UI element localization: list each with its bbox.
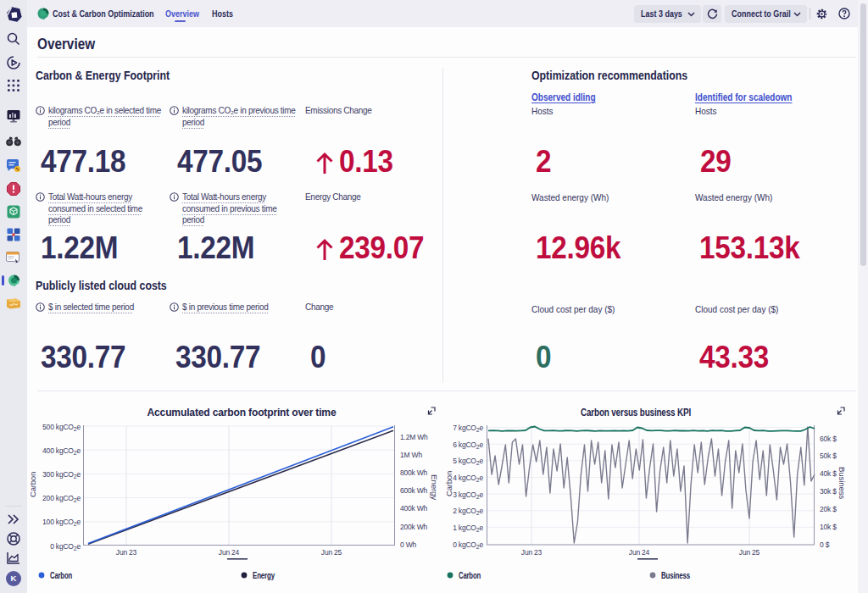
svg-text:20k $: 20k $ <box>820 505 837 513</box>
svg-text:0 $: 0 $ <box>820 540 830 549</box>
svg-text:Accumulated carbon footprint o: Accumulated carbon footprint over time <box>147 407 337 418</box>
svg-text:Business: Business <box>837 467 846 499</box>
svg-text:500 kgCO2e: 500 kgCO2e <box>42 423 81 432</box>
svg-text:400 kgCO2e: 400 kgCO2e <box>42 446 81 456</box>
svg-text:0 kgCO2e: 0 kgCO2e <box>453 540 483 550</box>
svg-text:Energy: Energy <box>253 570 275 580</box>
svg-text:200 kgCO2e: 200 kgCO2e <box>42 494 81 503</box>
svg-text:Carbon: Carbon <box>445 470 453 496</box>
svg-text:Carbon versus business KPI: Carbon versus business KPI <box>581 407 691 418</box>
svg-text:Carbon: Carbon <box>459 570 481 580</box>
svg-text:4 kgCO2e: 4 kgCO2e <box>453 474 483 483</box>
svg-text:300 kgCO2e: 300 kgCO2e <box>42 470 81 479</box>
svg-text:Carbon: Carbon <box>50 570 72 580</box>
svg-text:60k $: 60k $ <box>820 435 837 443</box>
svg-text:Jun 24: Jun 24 <box>219 548 240 557</box>
svg-text:2 kgCO2e: 2 kgCO2e <box>453 507 483 516</box>
svg-text:Energy: Energy <box>430 474 438 501</box>
svg-text:0 Wh: 0 Wh <box>400 540 417 549</box>
svg-text:Jun 23: Jun 23 <box>521 548 542 557</box>
svg-text:0 kgCO2e: 0 kgCO2e <box>50 542 81 551</box>
svg-text:1M Wh: 1M Wh <box>400 451 422 459</box>
svg-text:40k $: 40k $ <box>820 469 837 478</box>
svg-text:600k Wh: 600k Wh <box>400 486 428 495</box>
svg-text:800k Wh: 800k Wh <box>400 468 428 477</box>
svg-text:400k Wh: 400k Wh <box>400 504 428 513</box>
svg-text:1.2M Wh: 1.2M Wh <box>400 433 428 441</box>
svg-text:30k $: 30k $ <box>820 487 837 496</box>
svg-text:50k $: 50k $ <box>820 452 837 460</box>
svg-text:Jun 23: Jun 23 <box>116 548 137 557</box>
svg-text:200k Wh: 200k Wh <box>400 523 428 531</box>
svg-text:Jun 25: Jun 25 <box>739 548 760 557</box>
svg-text:7 kgCO2e: 7 kgCO2e <box>453 424 483 433</box>
svg-text:1 kgCO2e: 1 kgCO2e <box>453 524 483 533</box>
svg-text:3 kgCO2e: 3 kgCO2e <box>453 490 483 500</box>
svg-text:6 kgCO2e: 6 kgCO2e <box>453 441 483 450</box>
svg-text:Business: Business <box>661 570 690 580</box>
svg-text:100 kgCO2e: 100 kgCO2e <box>42 518 81 527</box>
svg-text:Jun 25: Jun 25 <box>321 548 342 557</box>
svg-text:Carbon: Carbon <box>31 471 37 497</box>
svg-text:Jun 24: Jun 24 <box>629 548 650 557</box>
svg-text:5 kgCO2e: 5 kgCO2e <box>453 457 483 466</box>
svg-text:10k $: 10k $ <box>820 523 837 531</box>
